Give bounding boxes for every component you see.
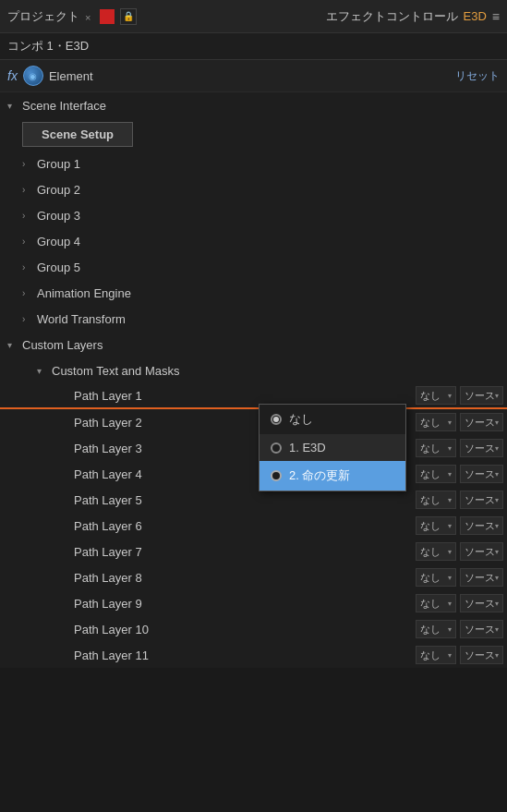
- path-layer-7-nashi[interactable]: なし▾: [416, 542, 456, 561]
- path-layer-10-source[interactable]: ソース▾: [460, 620, 503, 638]
- path-layer-3-row: Path Layer 3 なし▾ ソース▾: [0, 435, 507, 461]
- path-layer-1-source-dropdown[interactable]: ソース ▾: [460, 386, 503, 405]
- fx-label: fx: [7, 68, 18, 83]
- popup-nashi-label: なし: [289, 411, 313, 428]
- world-transform-row: › World Transform: [0, 306, 507, 332]
- popup-e3d-option[interactable]: 1. E3D: [260, 434, 405, 461]
- path-layer-5-source[interactable]: ソース▾: [460, 491, 503, 509]
- path-layer-10-nashi[interactable]: なし▾: [416, 620, 456, 638]
- path-layer-4-nashi[interactable]: なし▾: [416, 465, 456, 483]
- path-layer-2-source[interactable]: ソース ▾: [460, 413, 503, 431]
- source-chevron: ▾: [495, 392, 499, 400]
- group-3-row: › Group 3: [0, 202, 507, 228]
- top-bar: プロジェクト × 🔒 エフェクトコントロール E3D ≡: [0, 0, 507, 33]
- path-layer-6-nashi[interactable]: なし▾: [416, 516, 456, 535]
- custom-text-masks-collapse[interactable]: ▾: [37, 366, 48, 376]
- custom-layers-row: ▾ Custom Layers: [0, 332, 507, 358]
- group-2-row: › Group 2: [0, 176, 507, 202]
- path-layer-11-row: Path Layer 11 なし▾ ソース▾: [0, 642, 507, 668]
- group-1-label: Group 1: [37, 157, 500, 171]
- path-layer-10-row: Path Layer 10 なし▾ ソース▾: [0, 616, 507, 642]
- globe-icon: ◉: [23, 66, 43, 86]
- nashi-chevron: ▾: [448, 392, 452, 400]
- group-3-label: Group 3: [37, 209, 500, 223]
- group-5-label: Group 5: [37, 261, 500, 274]
- scene-interface-collapse[interactable]: ▾: [7, 101, 18, 111]
- path-layer-11-label: Path Layer 11: [0, 648, 416, 662]
- path-layer-7-label: Path Layer 7: [0, 545, 416, 559]
- group-2-expand[interactable]: ›: [22, 185, 33, 195]
- element-label: Element: [49, 69, 450, 83]
- path-layer-8-nashi[interactable]: なし▾: [416, 568, 456, 587]
- path-layer-3-dropdowns: なし▾ ソース▾: [416, 439, 503, 457]
- path-layer-9-dropdowns: なし▾ ソース▾: [416, 594, 503, 612]
- scene-interface-label: Scene Interface: [22, 99, 500, 113]
- popup-nashi-option[interactable]: なし: [260, 405, 405, 434]
- path-layer-11-nashi[interactable]: なし▾: [416, 646, 456, 664]
- group-4-expand[interactable]: ›: [22, 236, 33, 247]
- lock-icon: 🔒: [120, 8, 137, 25]
- path-layer-7-dropdowns: なし▾ ソース▾: [416, 542, 503, 561]
- group-1-row: › Group 1: [0, 151, 507, 176]
- scene-setup-button[interactable]: Scene Setup: [22, 122, 133, 147]
- e3d-tab-label[interactable]: E3D: [464, 9, 487, 23]
- path-layer-5-label: Path Layer 5: [0, 493, 416, 507]
- path-layer-1-dropdowns: なし ▾ ソース ▾: [416, 386, 503, 405]
- animation-engine-expand[interactable]: ›: [22, 288, 33, 298]
- radio-e3d: [271, 442, 282, 454]
- path-layer-6-dropdowns: なし▾ ソース▾: [416, 516, 503, 535]
- radio-inochi: [271, 470, 282, 481]
- path-layer-8-source[interactable]: ソース▾: [460, 568, 503, 587]
- popup-inochi-option[interactable]: 2. 命の更新: [260, 461, 405, 491]
- close-icon[interactable]: ×: [85, 12, 94, 21]
- custom-text-masks-row: ▾ Custom Text and Masks: [0, 358, 507, 383]
- path-layer-5-nashi[interactable]: なし▾: [416, 491, 456, 509]
- nashi-dropdown-popup: なし 1. E3D 2. 命の更新: [259, 404, 406, 491]
- scene-setup-row: Scene Setup: [0, 118, 507, 151]
- menu-icon[interactable]: ≡: [492, 9, 500, 24]
- radio-nashi: [271, 414, 282, 425]
- group-2-label: Group 2: [37, 183, 500, 197]
- path-layer-2-nashi[interactable]: なし ▾: [416, 413, 456, 431]
- path-layer-6-source[interactable]: ソース▾: [460, 516, 503, 535]
- path-layer-7-row: Path Layer 7 なし▾ ソース▾: [0, 539, 507, 564]
- effect-control-label: エフェクトコントロール: [326, 8, 458, 25]
- path-layer-1-nashi-dropdown[interactable]: なし ▾: [416, 386, 456, 405]
- group-3-expand[interactable]: ›: [22, 211, 33, 221]
- popup-inochi-label: 2. 命の更新: [289, 467, 350, 484]
- group-4-label: Group 4: [37, 235, 500, 248]
- path-layer-9-nashi[interactable]: なし▾: [416, 594, 456, 612]
- top-bar-left: プロジェクト × 🔒: [7, 8, 319, 25]
- scene-interface-row: ▾ Scene Interface: [0, 92, 507, 118]
- group-1-expand[interactable]: ›: [22, 159, 33, 169]
- comp-label: コンポ 1・E3D: [7, 39, 89, 53]
- path-layer-11-source[interactable]: ソース▾: [460, 646, 503, 664]
- group-4-row: › Group 4: [0, 228, 507, 254]
- reset-button[interactable]: リセット: [455, 68, 500, 84]
- path-layer-7-source[interactable]: ソース▾: [460, 542, 503, 561]
- popup-e3d-label: 1. E3D: [289, 441, 326, 454]
- path-layer-3-nashi[interactable]: なし▾: [416, 439, 456, 457]
- path-layer-8-row: Path Layer 8 なし▾ ソース▾: [0, 564, 507, 590]
- path-layer-4-source[interactable]: ソース▾: [460, 465, 503, 483]
- effect-row: fx ◉ Element リセット: [0, 60, 507, 92]
- red-square-icon: [100, 9, 115, 24]
- path-layer-9-label: Path Layer 9: [0, 597, 416, 611]
- project-tab[interactable]: プロジェクト: [7, 8, 79, 25]
- path-layer-1-label: Path Layer 1: [0, 389, 416, 403]
- world-transform-expand[interactable]: ›: [22, 314, 33, 324]
- path-layer-9-source[interactable]: ソース▾: [460, 594, 503, 612]
- path-layer-2-row: Path Layer 2 なし ▾ ソース ▾: [0, 409, 507, 435]
- top-bar-right: エフェクトコントロール E3D ≡: [326, 8, 500, 25]
- comp-bar: コンポ 1・E3D: [0, 33, 507, 60]
- animation-engine-row: › Animation Engine: [0, 280, 507, 306]
- group-5-expand[interactable]: ›: [22, 262, 33, 273]
- path-layer-3-source[interactable]: ソース▾: [460, 439, 503, 457]
- path-layer-11-dropdowns: なし▾ ソース▾: [416, 646, 503, 664]
- path-layer-1-row: Path Layer 1 なし ▾ ソース ▾ なし 1. E3D: [0, 383, 507, 409]
- path-layer-9-row: Path Layer 9 なし▾ ソース▾: [0, 590, 507, 616]
- path-layer-10-label: Path Layer 10: [0, 623, 416, 636]
- path-layer-10-dropdowns: なし▾ ソース▾: [416, 620, 503, 638]
- path-layer-5-row: Path Layer 5 なし▾ ソース▾: [0, 487, 507, 513]
- custom-layers-collapse[interactable]: ▾: [7, 340, 18, 350]
